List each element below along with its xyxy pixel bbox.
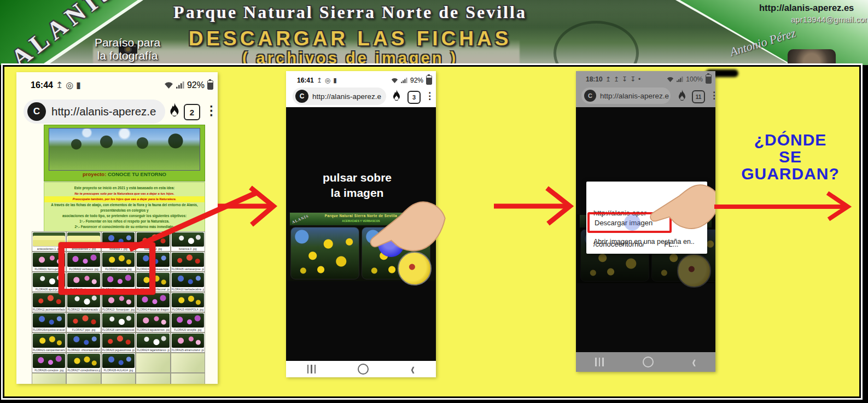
brave-flame-icon[interactable] [677,90,688,103]
thumbnail-image [102,354,135,368]
ficha-thumbnail-cell[interactable]: FLORA13- florsanjuan .jpg [101,292,136,312]
ficha-thumbnail-cell[interactable]: FLORA24 lagartoblanco .jpg [136,332,170,353]
banner-title: Parque Natural Sierra Norte de Sevilla [131,2,569,22]
tab-counter-button[interactable]: 2 [184,104,200,120]
ficha-thumbnail-cell[interactable]: FLORA22- chicoriaandaluza .jpg [66,332,101,353]
ficha-thumbnail-cell[interactable]: FLORA17 jopo .jpg [66,312,101,332]
clock: 16:41 [297,77,314,84]
brave-flame-icon[interactable] [391,90,402,103]
ficha-thumbnail-cell[interactable]: FLORA14-boca de dragon.jpg [136,292,170,312]
browser-menu-icon[interactable]: ⋮ [709,90,719,101]
ficha-thumbnail-cell[interactable]: FLORA26-conejitos .jpg [32,353,66,373]
location-icon: ◎ [325,77,330,84]
location-icon: ◎ [66,80,73,90]
back-button-icon[interactable]: ‹ [411,363,415,375]
ficha-thumbnail-cell[interactable]: FLORA18 carmelitadescalza .jpg [101,312,136,332]
ficha-thumbnail-cell[interactable]: FLORA12- florahoracado .jpg [66,292,101,312]
status-bar: 16:41 ↥ ◎ ▮ 92% [297,75,432,85]
thumbnail-image [172,232,204,247]
home-button-icon[interactable] [643,357,654,367]
wifi-icon [667,77,674,82]
ficha-thumbnail-cell[interactable]: FLORA23 jeguasorrosa .jpg [101,332,136,353]
android-navbar: ‹ [286,361,436,377]
ficha-thumbnail-cell[interactable]: FLORA11 jacintoestrellado .jpg [32,292,66,312]
thumbnail-caption: FLORA17 jopo .jpg [67,328,100,331]
signal-icon [176,81,184,89]
recents-button-icon[interactable] [307,365,316,373]
url-text[interactable]: http://alanis-aperez.e [51,105,156,118]
phone-screenshot-3: 18:10 ↥ ↥ ↧ ↧ • 100% C http://alanis-ape… [576,71,715,372]
tab-counter-button[interactable]: 11 [692,90,705,103]
upload-icon: ↥ [605,75,611,83]
ficha-thumbnail-cell[interactable]: FLORA28-AULAGA .jpg [101,353,136,373]
signal-icon [401,78,407,83]
address-bar[interactable]: C http://alanis-aperez.e [293,87,386,105]
ficha-thumbnail-cell[interactable]: FLORA16orquidea anacamts [32,312,66,332]
banner-heading: DESCARGAR LAS FICHAS [131,27,569,50]
thumbnail-image [137,313,169,328]
storage-icon: ▮ [76,80,81,90]
battery-percent: 92% [187,80,205,90]
address-bar[interactable]: C http://alanis-aperez.e [581,87,671,104]
battery-icon [426,75,432,85]
open-in-new-tab-menu-item[interactable]: Abrir imagen en una pestaña en.. [593,238,695,246]
storage-icon: ▮ [333,77,337,84]
thumbnail-image [172,293,204,307]
pointing-hand [356,196,448,260]
browser-logo-icon: C [27,102,46,121]
thumbnail-caption: FLORA27-conejitoblanco.jpg [67,369,100,372]
battery-icon [706,74,712,84]
ficha-thumbnail-cell[interactable]: FLORA21-campanitamarlon .jpg [32,332,66,353]
upload-icon: ↥ [614,75,619,83]
wifi-icon [391,78,398,83]
signal-icon [677,77,683,82]
thumbnail-image [137,293,169,307]
ficha-thumbnail-cell[interactable]: FLORA15-AMAPOLA .jpg [171,292,205,312]
webpage-caption: proyecto: CONOCE TU ENTORNO [44,171,205,177]
browser-menu-icon[interactable]: ⋮ [425,90,434,102]
ficha-thumbnail-cell[interactable]: FLORA27-conejitoblanco.jpg [66,353,101,373]
thumbnail-caption: FLORA22- chicoriaandaluza .jpg [67,348,100,352]
thumbnail-caption: botanica 3 .jpg [172,247,204,250]
ficha-thumbnail-cell[interactable]: FLORA10 barbadecabra .jpg [171,272,205,292]
url-text[interactable]: http://alanis-aperez.e [312,92,381,101]
thumbnail-image [102,293,135,307]
highlight-rectangle [59,242,155,295]
browser-logo-icon: C [295,90,308,103]
android-navbar: ‹ [576,352,715,372]
ficha-photo-left [290,227,359,279]
ficha-thumbnail-cell [66,373,101,384]
browser-menu-icon[interactable]: ⋮ [205,103,218,118]
pointing-hand [636,173,715,240]
recents-button-icon[interactable] [595,358,604,366]
thumbnail-image [67,313,100,328]
thumbnail-image [102,313,135,328]
url-text[interactable]: http://alanis-aperez.e [600,92,669,100]
home-button-icon[interactable] [358,364,369,375]
dimmed-browser-chrome: 18:10 ↥ ↥ ↧ ↧ • 100% C http://alanis-ape… [576,71,715,107]
brave-flame-icon[interactable] [167,103,182,119]
address-bar[interactable]: C http://alanis-aperez.e [24,100,165,124]
thumbnail-caption: FLORA19-aguavientos .jpg [137,328,169,331]
battery-percent: 92% [410,77,423,84]
download-icon: ↧ [622,75,627,83]
ficha-thumbnail-cell[interactable]: botanica 3 .jpg [171,231,205,252]
upload-icon: ↥ [317,77,322,84]
tab-counter-button[interactable]: 3 [407,91,421,104]
notification-dot-icon: • [638,75,640,83]
thumbnail-image [67,293,100,307]
thumbnail-caption: FLORA11 jacintoestrellado .jpg [33,308,65,311]
clock: 16:44 [31,80,53,90]
battery-icon [207,80,213,90]
ficha-thumbnail-cell[interactable]: FLORA25-altramuzazul .jpg [171,332,205,353]
ficha-thumbnail-cell[interactable]: FLORA19-aguavientos .jpg [136,312,170,332]
ficha-thumbnail-cell[interactable]: FLORA05 varitasanjose .jpg [171,252,205,272]
ficha-thumbnail-cell[interactable]: FLORA20 arvejilla .jpg [171,312,205,332]
phone-screenshot-2: 16:41 ↥ ◎ ▮ 92% C http://alanis-aperez.e… [286,71,436,377]
thumbnail-caption: FLORA14-boca de dragon.jpg [137,308,169,311]
thumbnail-caption: FLORA26-conejitos .jpg [33,369,65,372]
ficha-thumbnail-cell [136,373,170,384]
back-button-icon[interactable]: ‹ [692,356,696,368]
thumbnail-caption: FLORA24 lagartoblanco .jpg [137,348,169,352]
thumbnail-caption: FLORA18 carmelitadescalza .jpg [102,328,135,331]
